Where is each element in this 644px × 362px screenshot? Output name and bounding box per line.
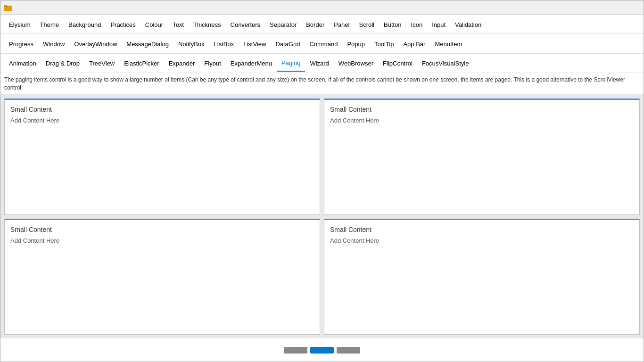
card-title-1: Small Content (330, 106, 634, 113)
nav-item-messagedialog[interactable]: MessageDialog (122, 36, 173, 52)
page-dot-1[interactable] (310, 347, 334, 354)
nav-item-paging[interactable]: Paging (277, 56, 305, 72)
content-card-2: Small ContentAdd Content Here (4, 219, 320, 335)
nav-item-window[interactable]: Window (38, 36, 69, 52)
nav-item-practices[interactable]: Practices (106, 16, 140, 33)
nav-item-app-bar[interactable]: App Bar (398, 36, 430, 52)
nav-item-popup[interactable]: Popup (342, 36, 370, 52)
nav-item-treeview[interactable]: TreeView (84, 56, 119, 72)
card-body-3: Add Content Here (330, 237, 634, 244)
nav-item-elasticpicker[interactable]: ElasticPicker (119, 56, 164, 72)
nav-item-expandermenu[interactable]: ExpanderMenu (226, 56, 277, 72)
nav-item-drag---drop[interactable]: Drag & Drop (41, 56, 84, 72)
nav-row-2: ProgressWindowOverlayWindowMessageDialog… (0, 34, 644, 53)
content-card-3: Small ContentAdd Content Here (324, 219, 640, 335)
card-body-1: Add Content Here (330, 117, 634, 124)
nav-item-icon[interactable]: Icon (406, 16, 428, 33)
nav-item-listview[interactable]: ListView (239, 36, 271, 52)
nav-item-focusvisualstyle[interactable]: FocusVisualStyle (417, 56, 473, 72)
nav-item-text[interactable]: Text (168, 16, 189, 33)
nav-item-theme[interactable]: Theme (35, 16, 64, 33)
card-title-3: Small Content (330, 226, 634, 233)
content-grid: Small ContentAdd Content HereSmall Conte… (0, 95, 644, 338)
nav-item-flipcontrol[interactable]: FlipControl (378, 56, 417, 72)
card-title-2: Small Content (10, 226, 314, 233)
svg-rect-2 (4, 5, 7, 6)
nav-item-validation[interactable]: Validation (450, 16, 486, 33)
nav-item-converters[interactable]: Converters (226, 16, 265, 33)
nav-item-notifybox[interactable]: NotifyBox (173, 36, 209, 52)
nav-item-menuitem[interactable]: MenuItem (430, 36, 467, 52)
nav-item-webbrowser[interactable]: WebBrowser (334, 56, 378, 72)
close-button[interactable] (618, 0, 640, 15)
nav-item-tooltip[interactable]: ToolTip (370, 36, 398, 52)
nav-item-flyout[interactable]: Flyout (199, 56, 225, 72)
card-title-0: Small Content (10, 106, 314, 113)
nav-item-listbox[interactable]: ListBox (209, 36, 239, 52)
card-body-0: Add Content Here (10, 117, 314, 124)
paging-controls (0, 338, 644, 362)
nav-item-wizard[interactable]: Wizard (305, 56, 333, 72)
nav-item-button[interactable]: Button (379, 16, 406, 33)
nav-item-elysium[interactable]: Elysium (4, 16, 35, 33)
card-body-2: Add Content Here (10, 237, 314, 244)
nav-item-thickness[interactable]: Thickness (189, 16, 226, 33)
app-icon (4, 4, 12, 11)
page-dot-2[interactable] (337, 347, 360, 354)
nav-item-input[interactable]: Input (427, 16, 450, 33)
nav-item-scroll[interactable]: Scroll (354, 16, 379, 33)
window-controls (575, 0, 640, 15)
nav-item-datagrid[interactable]: DataGrid (271, 36, 305, 52)
nav-item-overlaywindow[interactable]: OverlayWindow (69, 36, 122, 52)
nav-item-expander[interactable]: Expander (164, 56, 200, 72)
title-bar (0, 0, 644, 15)
main-window: ElysiumThemeBackgroundPracticesColourTex… (0, 0, 644, 362)
nav-item-colour[interactable]: Colour (140, 16, 168, 33)
maximize-button[interactable] (596, 0, 618, 15)
nav-item-panel[interactable]: Panel (329, 16, 354, 33)
page-dot-0[interactable] (284, 347, 307, 354)
nav-item-animation[interactable]: Animation (4, 56, 41, 72)
nav-item-command[interactable]: Command (305, 36, 342, 52)
minimize-button[interactable] (575, 0, 596, 15)
nav-item-progress[interactable]: Progress (4, 36, 38, 52)
page-description: The paging items control is a good way t… (0, 73, 644, 95)
nav-item-separator[interactable]: Separator (265, 16, 301, 33)
nav-item-border[interactable]: Border (301, 16, 329, 33)
content-card-1: Small ContentAdd Content Here (324, 99, 640, 214)
nav-row-1: ElysiumThemeBackgroundPracticesColourTex… (0, 15, 644, 34)
nav-row-3: AnimationDrag & DropTreeViewElasticPicke… (0, 54, 644, 73)
nav-item-background[interactable]: Background (64, 16, 106, 33)
content-card-0: Small ContentAdd Content Here (4, 99, 320, 214)
